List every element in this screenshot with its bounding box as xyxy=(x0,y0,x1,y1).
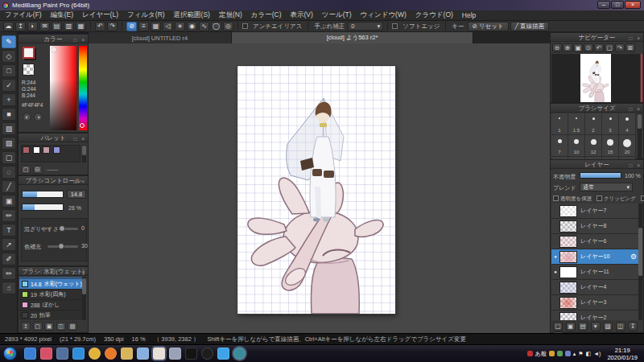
new-palette-color-icon[interactable]: ▢ xyxy=(21,165,31,174)
upload-brush-icon[interactable]: ↥ xyxy=(21,322,31,331)
lock-checkbox[interactable] xyxy=(641,195,644,201)
layer-row[interactable]: ● レイヤー11 xyxy=(551,265,640,280)
duplicate-layer-icon[interactable]: ◫ xyxy=(616,322,625,331)
brush-size-cell[interactable]: 7 xyxy=(551,135,568,157)
brush-opacity-slider[interactable] xyxy=(22,204,64,211)
select-rect-tool-icon[interactable]: □ xyxy=(2,64,16,77)
brush-size-cell[interactable]: 15 xyxy=(602,135,619,157)
volume-icon[interactable]: ◄) xyxy=(593,351,601,356)
select-tool-icon[interactable]: ▢ xyxy=(2,151,16,164)
view-lock-icon[interactable]: ⊠ xyxy=(625,43,635,52)
fit-window-icon[interactable]: ▣ xyxy=(573,43,583,52)
start-button[interactable] xyxy=(3,347,17,360)
add-brush-menu-icon[interactable]: ▣ xyxy=(44,322,54,331)
brush-size-cell[interactable]: 20 xyxy=(619,135,636,157)
zoom-reset-icon[interactable]: ⊙ xyxy=(584,43,593,52)
pencil-tool-icon[interactable]: ✏ xyxy=(2,267,16,280)
action-center-flag-icon[interactable]: ⚑ xyxy=(578,351,583,357)
navigator-preview[interactable] xyxy=(551,54,640,102)
taskbar-app-folder[interactable] xyxy=(121,348,133,360)
lasso-tool-icon[interactable]: ◌ xyxy=(2,166,16,179)
softedge-checkbox[interactable] xyxy=(392,23,398,29)
snap-circle-icon[interactable]: ◉ xyxy=(187,22,197,31)
menu-select[interactable]: 選択範囲(S) xyxy=(174,10,210,20)
brush-size-slider[interactable] xyxy=(22,191,64,198)
canvas-workspace[interactable] xyxy=(89,43,550,333)
tab-untitled[interactable]: [cloud] UNTITLED r4 xyxy=(89,32,232,43)
palette-swatch[interactable] xyxy=(53,146,60,154)
taskbar-app-record[interactable] xyxy=(201,348,213,360)
hand-tool-icon[interactable]: ☝ xyxy=(2,282,16,294)
hue-slider[interactable] xyxy=(79,46,87,130)
panel-popout-close-icons[interactable]: □ × xyxy=(629,105,642,113)
snap-curve-icon[interactable]: ∿ xyxy=(199,22,209,31)
document-canvas[interactable] xyxy=(237,66,395,314)
protect-alpha-checkbox[interactable] xyxy=(553,195,559,201)
merge-layer-icon[interactable]: ↧ xyxy=(628,322,638,331)
brush-tool-icon[interactable]: ✎ xyxy=(2,35,16,48)
brush-folder-icon[interactable]: ▨ xyxy=(68,322,77,331)
palette-scrollbar[interactable] xyxy=(82,145,86,162)
new-8bit-layer-icon[interactable]: ▤ xyxy=(578,322,588,331)
menu-cloud[interactable]: クラウド(O) xyxy=(415,10,453,20)
add-palette-color-icon[interactable]: ◑ xyxy=(34,113,43,121)
menu-color[interactable]: カラー(C) xyxy=(251,10,282,20)
brush-size-cell[interactable]: 3 xyxy=(602,113,619,135)
close-button[interactable]: × xyxy=(625,1,641,9)
palette-swatch[interactable] xyxy=(23,146,30,154)
menu-file[interactable]: ファイル(F) xyxy=(5,10,42,20)
menu-view[interactable]: 表示(V) xyxy=(290,10,312,20)
menu-edit[interactable]: 編集(E) xyxy=(51,10,73,20)
panel-popout-close-icons[interactable]: □ × xyxy=(73,134,86,143)
palette-swatch[interactable] xyxy=(43,146,50,154)
brush-item[interactable]: 20 拍筆 xyxy=(19,311,85,320)
delete-palette-color-icon[interactable]: ⊟ xyxy=(33,165,43,174)
rotate-left-icon[interactable]: ↶ xyxy=(594,43,604,52)
visibility-icon[interactable]: ● xyxy=(551,269,559,274)
taskbar-app-notes[interactable] xyxy=(137,348,149,360)
snap-ellipse-icon[interactable]: ◯ xyxy=(211,22,221,31)
minimize-button[interactable]: – xyxy=(597,1,610,9)
taskbar-app-w-active[interactable] xyxy=(233,348,246,360)
taskbar-app-firefox[interactable] xyxy=(105,348,117,360)
menu-ruler[interactable]: 定規(N) xyxy=(219,10,242,20)
color-wheel-icon[interactable]: ◐ xyxy=(23,113,31,121)
snap-off-icon[interactable]: ⊘ xyxy=(126,22,137,31)
layer-row-selected[interactable]: ● レイヤー10 ⚙ xyxy=(551,249,640,265)
brush-size-cell[interactable]: 12 xyxy=(585,135,602,157)
mix-slider[interactable] xyxy=(60,228,78,230)
pages-icon[interactable]: ▥ xyxy=(64,22,74,31)
stabilizer-dropdown[interactable]: 0▾ xyxy=(348,22,383,31)
add-brush-icon[interactable]: ▢ xyxy=(33,322,43,331)
new-canvas-icon[interactable]: ▤ xyxy=(52,22,62,31)
maximize-button[interactable]: □ xyxy=(611,1,624,9)
menu-window[interactable]: ウィンドウ(W) xyxy=(361,10,407,20)
menu-filter[interactable]: フィルタ(R) xyxy=(127,10,165,20)
select-pen-tool-icon[interactable]: ↗ xyxy=(2,238,16,251)
transparent-color-swatch[interactable] xyxy=(23,64,35,76)
line-draw-button[interactable]: ╱ 直線描画 xyxy=(510,22,550,31)
reset-view-icon[interactable]: ▢ xyxy=(605,43,614,52)
tray-app-icon[interactable] xyxy=(557,351,563,356)
cloud-icon[interactable]: ☁ xyxy=(3,22,14,31)
operation-tool-icon[interactable]: ✓ xyxy=(2,79,16,92)
layer-row[interactable]: レイヤー7 xyxy=(551,204,640,219)
gradient-tool-icon[interactable]: ▧ xyxy=(2,137,16,150)
taskbar-clock[interactable]: 21:19 2020/01/19 xyxy=(601,347,644,361)
snap-concentric-icon[interactable]: ◎ xyxy=(223,22,233,31)
eyedropper-tool-icon[interactable]: ╱ xyxy=(2,180,16,193)
blend-dropdown[interactable]: 通常▾ xyxy=(580,183,633,191)
move-tool-icon[interactable]: + xyxy=(2,93,16,106)
snap-radial-icon[interactable]: ∗ xyxy=(175,22,185,31)
ime-indicator[interactable]: あ般 xyxy=(535,350,547,358)
layer-row[interactable]: レイヤー4 xyxy=(551,280,640,295)
layer-row[interactable]: レイヤー8 xyxy=(551,219,640,234)
brush-list-scrollbar[interactable] xyxy=(82,277,86,320)
add-layer-menu-icon[interactable]: ▾ xyxy=(591,322,601,331)
zoom-in-icon[interactable]: ⊕ xyxy=(563,43,572,52)
brush-item[interactable]: 288 ぼかし xyxy=(19,300,85,311)
taskbar-app-chrome[interactable] xyxy=(89,348,101,360)
layer-opacity-slider[interactable] xyxy=(580,172,621,179)
tray-expand-icon[interactable]: ▴ xyxy=(573,351,576,357)
panel-popout-close-icons[interactable]: □ × xyxy=(73,268,86,277)
